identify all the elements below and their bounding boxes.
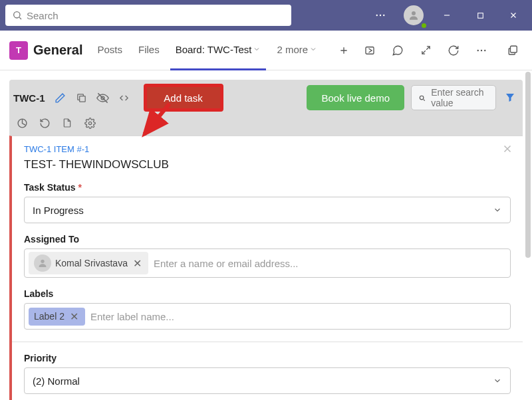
add-tab-button[interactable] [334,41,353,60]
chart-button[interactable] [15,116,29,130]
copy-icon [76,92,87,104]
svg-point-3 [383,15,384,16]
svg-point-9 [484,49,485,50]
priority-label: Priority [24,353,511,363]
copy-button[interactable] [74,90,89,105]
remove-label-button[interactable]: ✕ [68,310,80,323]
svg-rect-11 [80,96,86,102]
tab-board[interactable]: Board: TWC-Test [170,31,267,70]
share-to-outlook-button[interactable] [360,41,379,60]
search-icon [418,93,426,103]
add-task-highlight: Add task [144,84,223,112]
priority-field: Priority (2) Normal [24,353,511,394]
board-search-placeholder: Enter search value [431,87,489,108]
search-placeholder-text: Search [27,10,59,21]
eye-off-icon [96,92,109,104]
assignee-chip: Komal Srivastava ✕ [29,252,148,274]
add-task-button[interactable]: Add task [147,87,220,108]
labels-input[interactable] [90,307,506,326]
board-search[interactable]: Enter search value [411,85,496,110]
project-label: TWC-1 [13,92,45,104]
expand-button[interactable] [416,41,435,60]
undo-icon [39,118,51,129]
labels-field: Labels Label 2 ✕ [24,288,511,330]
global-search[interactable]: Search [5,5,291,26]
app-content: TWC-1 Add task Book live demo Enter sear… [0,70,532,400]
labels-label: Labels [24,288,511,299]
gear-icon [84,118,96,129]
task-card: TWC-1 ITEM #-1 TEST- THEWINDOWSCLUB Task… [9,136,523,400]
chat-button[interactable] [388,41,407,60]
visibility-button[interactable] [96,90,110,105]
minimize-button[interactable] [434,2,460,29]
svg-point-2 [380,15,381,16]
pie-icon [17,118,28,129]
expand-icon [420,45,432,56]
undock-button[interactable] [504,41,523,60]
svg-rect-10 [511,46,517,52]
reload-button[interactable] [444,41,463,60]
task-title[interactable]: TEST- THEWINDOWSCLUB [24,158,511,171]
plus-icon [338,45,349,56]
close-icon [509,11,518,20]
required-mark: * [78,182,81,193]
chevron-down-icon [253,45,261,53]
reload-icon [448,45,460,56]
status-value: In Progress [33,205,84,216]
ellipsis-icon [374,9,386,21]
svg-point-15 [88,122,91,124]
avatar-icon [34,254,51,272]
tab-files[interactable]: Files [133,31,165,70]
filter-icon [504,92,516,104]
svg-point-7 [477,49,479,50]
svg-rect-5 [477,13,483,18]
link-button[interactable] [117,90,132,105]
channel-name: General [33,43,82,58]
tab-posts[interactable]: Posts [92,31,128,70]
label-chip-name: Label 2 [34,311,65,322]
window-titlebar: Search [0,0,532,31]
export-button[interactable] [60,116,74,130]
labels-input-row[interactable]: Label 2 ✕ [24,303,511,330]
header-actions [360,41,523,60]
status-field: Task Status * In Progress [24,182,511,223]
svg-point-8 [481,49,482,50]
assigned-input-row[interactable]: Komal Srivastava ✕ [24,249,511,278]
close-icon [501,143,513,155]
history-button[interactable] [37,116,52,130]
assigned-field: Assigned To Komal Srivastava ✕ [24,234,511,278]
edit-project-button[interactable] [53,90,68,105]
status-label: Task Status [24,182,76,193]
user-avatar[interactable] [400,2,427,29]
pencil-icon [55,92,66,104]
team-avatar[interactable]: T [9,41,28,60]
status-select[interactable]: In Progress [24,197,511,223]
task-id-label[interactable]: TWC-1 ITEM #-1 [24,144,511,154]
channel-header: T General Posts Files Board: TWC-Test 2 … [0,31,532,70]
close-window-button[interactable] [500,2,527,29]
remove-assignee-button[interactable]: ✕ [132,257,143,270]
file-icon [62,118,72,128]
filter-button[interactable] [503,90,517,105]
maximize-icon [476,11,485,20]
unlink-icon [118,92,130,104]
scrollbar-thumb[interactable] [525,72,531,258]
more-header-button[interactable] [472,41,491,60]
person-icon [37,258,48,268]
svg-point-16 [41,260,44,263]
priority-select[interactable]: (2) Normal [24,367,511,394]
chat-icon [392,45,404,56]
svg-point-0 [14,12,20,18]
close-card-button[interactable] [501,142,513,159]
presence-dot [420,22,428,29]
book-demo-button[interactable]: Book live demo [307,85,404,110]
tab-more[interactable]: 2 more [271,31,323,70]
popout-icon [507,45,519,56]
more-title-button[interactable] [367,2,394,29]
maximize-button[interactable] [467,2,493,29]
svg-point-13 [420,96,424,100]
settings-button[interactable] [82,116,97,130]
assigned-input[interactable] [154,254,506,272]
svg-point-1 [376,15,378,16]
minimize-icon [442,11,452,20]
